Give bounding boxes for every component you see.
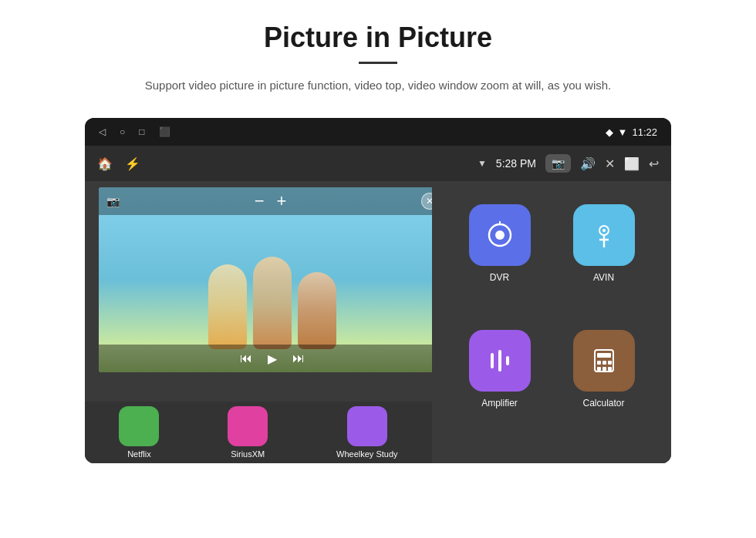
dvr-icon-box	[469, 204, 531, 266]
app-item-calculator[interactable]: Calculator	[552, 322, 656, 416]
back-nav-icon[interactable]: ◁	[99, 126, 106, 137]
device-frame: ◁ ○ □ ⬛ ◆ ▼ 11:22 🏠 ⚡ ▼ 5:28 PM 📷 🔊 ✕ ⬜ …	[85, 118, 671, 463]
siriusxm-icon-box	[228, 406, 268, 446]
menu-nav-icon[interactable]: ⬛	[159, 126, 170, 137]
app-bar-left: 🏠 ⚡	[97, 156, 140, 171]
calculator-svg-icon	[589, 345, 619, 376]
svg-rect-15	[597, 367, 601, 371]
home-icon[interactable]: 🏠	[97, 156, 113, 171]
volume-icon[interactable]: 🔊	[580, 156, 596, 171]
app-grid: DVR AVIN	[432, 181, 671, 463]
status-bar: ◁ ○ □ ⬛ ◆ ▼ 11:22	[85, 118, 671, 146]
svg-rect-9	[506, 356, 509, 365]
amplifier-icon-box	[469, 330, 531, 392]
app-item-dvr[interactable]: DVR	[447, 197, 552, 291]
app-item-siriusxm[interactable]: SiriusXM	[228, 406, 268, 459]
app-bar: 🏠 ⚡ ▼ 5:28 PM 📷 🔊 ✕ ⬜ ↩	[85, 146, 671, 181]
app-bar-right: ▼ 5:28 PM 📷 🔊 ✕ ⬜ ↩	[478, 154, 659, 173]
avin-label: AVIN	[593, 272, 614, 283]
app-item-avin[interactable]: AVIN	[552, 197, 656, 291]
wheelkey-icon-box	[347, 406, 387, 446]
status-time: 11:22	[632, 126, 657, 138]
page-subtitle: Support video picture in picture functio…	[69, 76, 687, 95]
pip-video-container[interactable]: 📷 − + ✕ ⏮ ▶ ⏭	[99, 187, 446, 372]
netflix-icon-box	[119, 406, 159, 446]
status-bar-left: ◁ ○ □ ⬛	[99, 126, 170, 137]
page-title: Picture in Picture	[46, 22, 710, 54]
app-item-wheelkey[interactable]: Wheelkey Study	[336, 406, 397, 459]
dvr-svg-icon	[484, 220, 515, 251]
dvr-label: DVR	[490, 272, 509, 283]
window-icon[interactable]: ⬜	[624, 156, 640, 171]
pip-zoom-in[interactable]: +	[277, 191, 287, 211]
rewind-btn[interactable]: ⏮	[240, 351, 252, 365]
camera-icon[interactable]: 📷	[545, 154, 571, 173]
calculator-icon-box	[573, 330, 635, 392]
app-item-netflix[interactable]: Netflix	[119, 406, 159, 459]
pip-playback: ⏮ ▶ ⏭	[99, 345, 446, 372]
recent-nav-icon[interactable]: □	[139, 126, 144, 137]
location-icon: ◆	[606, 126, 613, 138]
svg-rect-14	[608, 361, 612, 365]
avin-svg-icon	[589, 220, 619, 251]
svg-rect-8	[498, 350, 501, 372]
wifi-icon: ▼	[618, 126, 628, 138]
pip-ctrl-center: − +	[255, 191, 287, 211]
netflix-label: Netflix	[127, 449, 151, 459]
pip-zoom-out[interactable]: −	[255, 191, 265, 211]
avin-icon-box	[573, 204, 635, 266]
calculator-label: Calculator	[582, 398, 624, 409]
app-bar-time: 5:28 PM	[496, 157, 536, 170]
figure-3	[298, 272, 336, 349]
back-icon[interactable]: ↩	[649, 156, 659, 171]
svg-rect-12	[597, 361, 601, 365]
video-figures	[208, 257, 336, 349]
home-nav-icon[interactable]: ○	[120, 126, 125, 137]
svg-point-1	[495, 230, 505, 240]
svg-rect-7	[491, 353, 494, 368]
play-btn[interactable]: ▶	[268, 351, 277, 366]
main-content: 📷 − + ✕ ⏮ ▶ ⏭ Netflix SiriusX	[85, 181, 671, 463]
forward-btn[interactable]: ⏭	[292, 351, 305, 365]
svg-rect-16	[602, 367, 606, 371]
pip-camera-icon: 📷	[106, 195, 120, 207]
svg-point-4	[602, 229, 606, 232]
amplifier-label: Amplifier	[481, 398, 518, 409]
usb-icon: ⚡	[125, 156, 140, 171]
siriusxm-label: SiriusXM	[231, 449, 265, 459]
close-icon[interactable]: ✕	[605, 156, 615, 171]
page-header: Picture in Picture Support video picture…	[0, 0, 756, 109]
amplifier-svg-icon	[484, 345, 515, 376]
figure-1	[208, 264, 247, 349]
svg-rect-13	[602, 361, 606, 365]
bottom-app-row: Netflix SiriusXM Wheelkey Study	[85, 402, 432, 463]
wheelkey-label: Wheelkey Study	[336, 449, 397, 459]
pip-controls: 📷 − + ✕	[99, 187, 446, 215]
status-bar-right: ◆ ▼ 11:22	[606, 126, 657, 138]
wifi-signal-icon: ▼	[478, 158, 487, 169]
svg-rect-17	[608, 367, 612, 371]
figure-2	[253, 257, 292, 349]
app-item-amplifier[interactable]: Amplifier	[447, 322, 552, 416]
title-divider	[359, 62, 397, 64]
svg-rect-11	[597, 353, 611, 358]
